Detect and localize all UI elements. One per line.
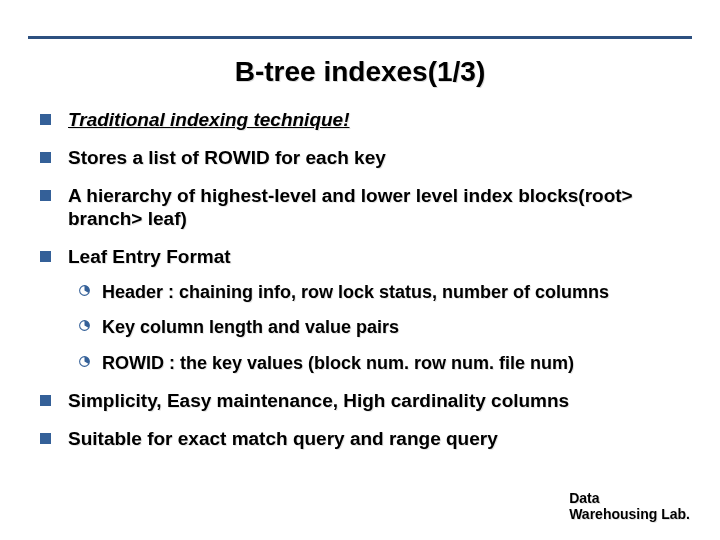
sub-bullet-item: ROWID : the key values (block num. row n…: [78, 352, 680, 375]
sub-bullet-text: Key column length and value pairs: [102, 317, 399, 337]
bullet-text: Suitable for exact match query and range…: [68, 428, 498, 449]
bullet-item: Leaf Entry Format Header : chaining info…: [40, 245, 680, 375]
bullet-item: A hierarchy of highest-level and lower l…: [40, 184, 680, 232]
pie-bullet-icon: [78, 284, 91, 297]
pie-bullet-icon: [78, 319, 91, 332]
header-divider: [28, 36, 692, 39]
pie-bullet-icon: [78, 355, 91, 368]
bullet-text: Stores a list of ROWID for each key: [68, 147, 386, 168]
sub-bullet-text: Header : chaining info, row lock status,…: [102, 282, 609, 302]
slide-title: B-tree indexes(1/3): [0, 56, 720, 88]
footer-line2: Warehousing Lab.: [569, 506, 690, 522]
footer-line1: Data: [569, 490, 690, 506]
bullet-item: Traditional indexing technique!: [40, 108, 680, 132]
slide-content: Traditional indexing technique! Stores a…: [40, 108, 680, 450]
sub-bullet-item: Key column length and value pairs: [78, 316, 680, 339]
bullet-item: Simplicity, Easy maintenance, High cardi…: [40, 389, 680, 413]
sub-bullet-list: Header : chaining info, row lock status,…: [78, 281, 680, 375]
bullet-list: Traditional indexing technique! Stores a…: [40, 108, 680, 450]
bullet-item: Stores a list of ROWID for each key: [40, 146, 680, 170]
footer-label: Data Warehousing Lab.: [569, 490, 690, 522]
bullet-text: A hierarchy of highest-level and lower l…: [68, 185, 633, 230]
bullet-text: Simplicity, Easy maintenance, High cardi…: [68, 390, 569, 411]
sub-bullet-text: ROWID : the key values (block num. row n…: [102, 353, 574, 373]
bullet-text: Leaf Entry Format: [68, 246, 231, 267]
bullet-text: Traditional indexing technique!: [68, 109, 350, 130]
bullet-item: Suitable for exact match query and range…: [40, 427, 680, 451]
sub-bullet-item: Header : chaining info, row lock status,…: [78, 281, 680, 304]
